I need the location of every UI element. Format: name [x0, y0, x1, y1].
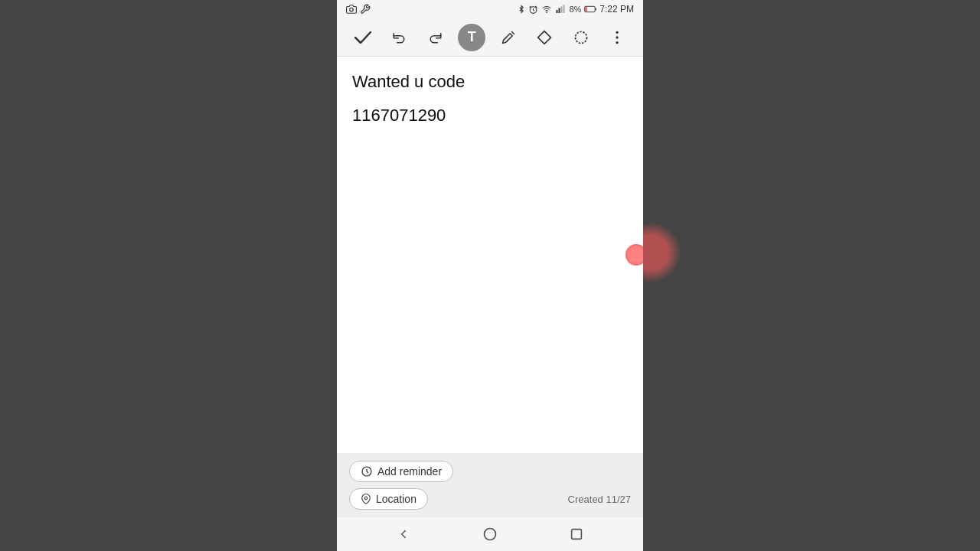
svg-rect-10 [596, 8, 596, 11]
bottom-bar: Add reminder Location Created 11/27 [337, 453, 643, 517]
undo-button[interactable] [385, 24, 413, 51]
pen-tool-button[interactable] [495, 24, 522, 51]
svg-rect-8 [564, 5, 565, 14]
svg-point-0 [350, 8, 354, 11]
bg-left [0, 0, 337, 551]
svg-rect-7 [561, 7, 563, 14]
nav-bar [337, 517, 643, 551]
status-bar: 8% 7:22 PM [337, 0, 643, 18]
phone-screen: 8% 7:22 PM [337, 0, 643, 551]
reminder-icon [361, 465, 373, 478]
wrench-icon [360, 4, 371, 15]
created-date: Created 11/27 [568, 494, 631, 505]
svg-point-14 [575, 31, 586, 43]
add-reminder-button[interactable]: Add reminder [349, 461, 453, 482]
svg-point-19 [364, 497, 368, 500]
home-button[interactable] [476, 520, 504, 548]
recent-apps-button[interactable] [563, 520, 590, 548]
eraser-tool-button[interactable] [531, 24, 558, 51]
time-display: 7:22 PM [599, 4, 634, 15]
status-right: 8% 7:22 PM [518, 4, 634, 15]
camera-icon [346, 4, 357, 15]
battery-icon [584, 5, 596, 13]
svg-point-4 [547, 12, 547, 13]
svg-rect-21 [572, 530, 582, 540]
status-left-icons [346, 4, 371, 15]
svg-point-15 [616, 31, 619, 33]
note-body: 1167071290 [352, 106, 628, 126]
more-options-button[interactable] [603, 24, 631, 51]
svg-point-20 [484, 529, 495, 540]
alarm-icon [528, 5, 538, 15]
svg-point-16 [616, 36, 619, 38]
location-icon [361, 493, 371, 505]
bluetooth-icon [518, 4, 525, 15]
svg-rect-11 [586, 7, 587, 11]
redo-button[interactable] [422, 24, 449, 51]
checkmark-button[interactable] [349, 24, 377, 51]
bottom-actions: Add reminder [349, 461, 631, 482]
text-tool-label: T [468, 29, 476, 45]
lasso-tool-button[interactable] [567, 24, 595, 51]
location-label: Location [376, 493, 416, 505]
note-content[interactable]: Wanted u code 1167071290 [337, 57, 643, 453]
signal-icon [555, 5, 566, 14]
add-reminder-label: Add reminder [377, 465, 442, 478]
location-button[interactable]: Location [349, 488, 428, 510]
svg-line-12 [511, 31, 514, 34]
bottom-meta: Location Created 11/27 [349, 488, 631, 511]
wifi-icon [541, 5, 552, 14]
svg-marker-13 [538, 31, 551, 44]
svg-rect-5 [557, 10, 558, 13]
text-tool-button[interactable]: T [458, 24, 485, 51]
toolbar: T [337, 18, 643, 57]
phone-overlay: 8% 7:22 PM [0, 0, 980, 551]
battery-text: 8% [569, 5, 581, 14]
svg-point-17 [616, 41, 619, 44]
svg-rect-6 [559, 8, 560, 14]
bg-right [643, 0, 980, 551]
note-title: Wanted u code [352, 72, 628, 92]
red-dot-button[interactable] [626, 244, 643, 266]
back-button[interactable] [390, 520, 417, 548]
